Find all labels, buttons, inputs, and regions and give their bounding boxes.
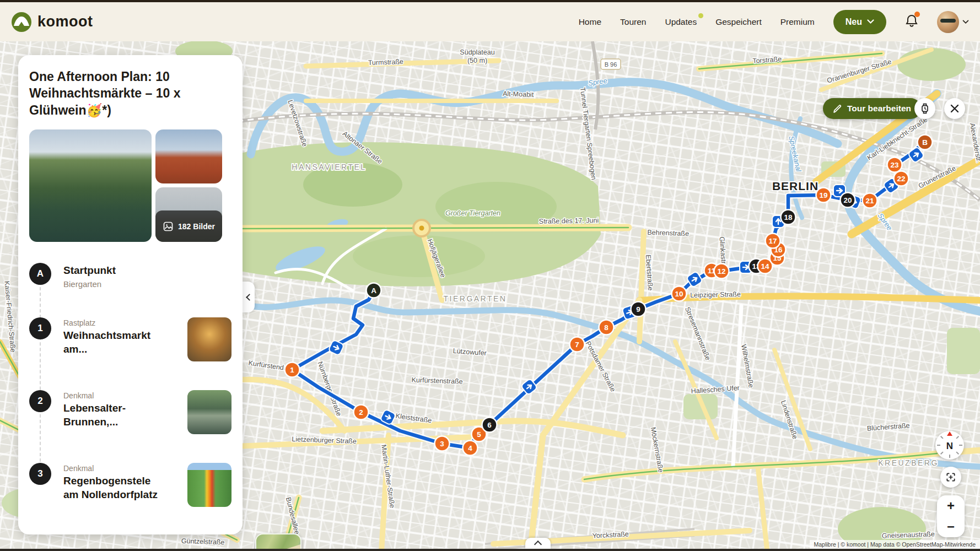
waypoint-title: Startpunkt bbox=[63, 264, 163, 277]
komoot-logo-text: komoot bbox=[37, 13, 93, 30]
svg-text:23: 23 bbox=[890, 161, 899, 169]
waypoint-row-1[interactable]: 1 Rastplatz Weihnachtsmarkt am... bbox=[29, 317, 231, 361]
map-label: KREUZBERG bbox=[878, 458, 939, 467]
close-tour-button[interactable] bbox=[944, 98, 965, 119]
map-waypoint-21[interactable]: 21 bbox=[863, 193, 877, 208]
smartwatch-icon bbox=[919, 103, 930, 114]
svg-text:B 96: B 96 bbox=[605, 61, 617, 68]
map-waypoint-6[interactable]: 6 bbox=[482, 418, 497, 433]
map-waypoint-22[interactable]: 22 bbox=[894, 171, 909, 186]
svg-text:20: 20 bbox=[843, 196, 852, 204]
svg-text:17: 17 bbox=[768, 237, 777, 245]
zoom-out-button[interactable]: − bbox=[937, 516, 965, 537]
chevron-up-icon bbox=[534, 541, 542, 548]
map-waypoint-2[interactable]: 2 bbox=[354, 405, 369, 420]
profile-menu[interactable] bbox=[937, 11, 969, 33]
map-label: Turmstraße bbox=[368, 58, 404, 67]
map-waypoint-20[interactable]: 20 bbox=[841, 193, 855, 208]
svg-text:B: B bbox=[922, 138, 928, 147]
notifications-button[interactable] bbox=[905, 14, 918, 30]
close-icon bbox=[950, 104, 959, 113]
svg-text:3: 3 bbox=[440, 440, 444, 448]
map-waypoint-17[interactable]: 17 bbox=[766, 234, 780, 249]
chevron-left-icon bbox=[246, 294, 253, 301]
map-label: TIERGARTEN bbox=[444, 294, 507, 303]
svg-text:14: 14 bbox=[761, 262, 769, 271]
waypoint-marker-2: 2 bbox=[29, 390, 51, 412]
tour-photo-secondary[interactable] bbox=[155, 129, 222, 183]
image-icon bbox=[163, 221, 174, 232]
waypoint-title: Regenbogenstele am Nollendorfplatz bbox=[63, 474, 163, 501]
nav-link-home[interactable]: Home bbox=[579, 17, 601, 27]
waypoint-category: Denkmal bbox=[63, 391, 175, 400]
map-waypoint-18[interactable]: 18 bbox=[781, 210, 796, 225]
send-to-device-button[interactable] bbox=[914, 98, 935, 119]
photo-count-badge[interactable]: 182 Bilder bbox=[155, 210, 222, 242]
avatar bbox=[937, 11, 959, 33]
notifications-dot bbox=[914, 12, 920, 17]
chevron-down-icon bbox=[962, 20, 969, 24]
waypoint-row-start[interactable]: A Startpunkt Biergarten bbox=[29, 263, 231, 289]
komoot-logo[interactable]: komoot bbox=[11, 12, 93, 33]
svg-text:18: 18 bbox=[784, 213, 793, 222]
map-waypoint-12[interactable]: 12 bbox=[714, 264, 729, 279]
tour-detail-panel: One Afternoon Plan: 10 Weihnachtsmärkte … bbox=[18, 55, 243, 534]
waypoint-category: Denkmal bbox=[63, 464, 175, 473]
map-waypoint-4[interactable]: 4 bbox=[463, 441, 478, 456]
svg-text:A: A bbox=[371, 287, 376, 295]
waypoint-category: Rastplatz bbox=[63, 318, 175, 327]
map-waypoint-10[interactable]: 10 bbox=[672, 287, 687, 301]
map-waypoint-3[interactable]: 3 bbox=[435, 436, 450, 451]
recenter-map-button[interactable] bbox=[940, 467, 961, 488]
map-waypoint-9[interactable]: 9 bbox=[631, 302, 646, 317]
map-waypoint-7[interactable]: 7 bbox=[570, 337, 585, 352]
map-waypoint-8[interactable]: 8 bbox=[599, 320, 614, 335]
new-tour-button-label: Neu bbox=[846, 17, 862, 27]
waypoint-row-2[interactable]: 2 Denkmal Lebensalter-Brunnen,... bbox=[29, 390, 231, 434]
map-label: HANSAVIERTEL bbox=[292, 163, 366, 171]
waypoint-thumbnail[interactable] bbox=[187, 463, 231, 507]
svg-text:19: 19 bbox=[819, 191, 827, 199]
tour-photo-tertiary[interactable]: 182 Bilder bbox=[155, 187, 222, 242]
compass-control[interactable]: N bbox=[935, 431, 964, 460]
waypoint-thumbnail[interactable] bbox=[187, 390, 231, 434]
edit-tour-button[interactable]: Tour bearbeiten bbox=[823, 98, 921, 119]
nav-link-premium[interactable]: Premium bbox=[780, 17, 815, 27]
map-label: Güntzelstraße bbox=[181, 537, 225, 547]
map-attribution: Maplibre | © komoot | Map data © OpenStr… bbox=[810, 540, 980, 549]
new-tour-button[interactable]: Neu bbox=[833, 10, 886, 34]
map-label: Alt-Moabit bbox=[503, 90, 534, 99]
svg-text:8: 8 bbox=[604, 323, 609, 332]
map-waypoint-19[interactable]: 19 bbox=[816, 188, 831, 203]
city-label: BERLIN bbox=[772, 180, 819, 192]
map-label: Behrenstraße bbox=[647, 229, 689, 238]
waypoint-marker-3: 3 bbox=[29, 463, 51, 485]
nav-link-gespeichert[interactable]: Gespeichert bbox=[715, 17, 762, 27]
map-waypoint-B[interactable]: B bbox=[918, 135, 933, 150]
bottom-border bbox=[0, 549, 980, 551]
waypoint-row-3[interactable]: 3 Denkmal Regenbogenstele am Nollendorfp… bbox=[29, 463, 231, 507]
nav-link-touren[interactable]: Touren bbox=[620, 17, 646, 27]
waypoint-connector-line bbox=[40, 282, 41, 478]
svg-text:N: N bbox=[946, 441, 953, 451]
svg-text:7: 7 bbox=[575, 341, 579, 349]
bottom-sheet-pull-handle[interactable] bbox=[525, 538, 551, 549]
map-waypoint-A[interactable]: A bbox=[367, 283, 381, 298]
waypoint-title: Weihnachtsmarkt am... bbox=[63, 329, 163, 356]
waypoint-list: A Startpunkt Biergarten 1 Rastplatz Weih… bbox=[29, 263, 231, 507]
waypoint-subtitle: Biergarten bbox=[63, 279, 231, 289]
svg-text:1: 1 bbox=[290, 366, 294, 374]
waypoint-thumbnail[interactable] bbox=[187, 317, 231, 361]
map-waypoint-23[interactable]: 23 bbox=[887, 158, 902, 172]
zoom-in-button[interactable]: + bbox=[937, 495, 965, 516]
svg-text:22: 22 bbox=[897, 175, 905, 183]
nav-link-updates[interactable]: Updates bbox=[665, 17, 697, 27]
updates-notification-dot bbox=[698, 13, 703, 18]
tour-photo-main[interactable] bbox=[29, 129, 152, 242]
pencil-icon bbox=[833, 104, 842, 114]
panel-collapse-button[interactable] bbox=[243, 282, 255, 312]
nav-link-updates-label: Updates bbox=[665, 17, 697, 26]
svg-text:2: 2 bbox=[359, 408, 363, 417]
road-badge: B 96 bbox=[601, 59, 621, 69]
map-waypoint-1[interactable]: 1 bbox=[285, 363, 300, 377]
